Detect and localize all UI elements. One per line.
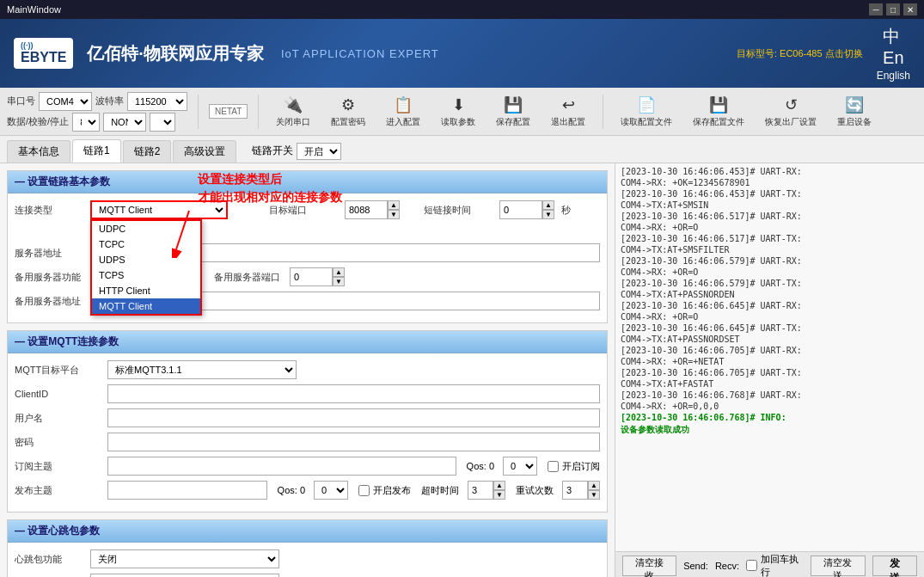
retry-btns: ▲ ▼ xyxy=(588,481,600,500)
config-pwd-label: 配置密码 xyxy=(331,116,365,128)
open-sub-label: 开启订阅 xyxy=(562,460,600,473)
log-line: [2023-10-30 16:46:06.645]# UART-RX: xyxy=(621,301,919,310)
right-panel: [2023-10-30 16:46:06.453]# UART-RX:COM4-… xyxy=(615,163,924,577)
timeout-up[interactable]: ▲ xyxy=(493,481,505,490)
dropdown-udps[interactable]: UDPS xyxy=(92,252,200,267)
pub-topic-input[interactable] xyxy=(107,481,267,500)
stop-bits-select[interactable]: 1 xyxy=(150,113,175,132)
restart-button[interactable]: 🔄 重启设备 xyxy=(830,92,878,132)
maximize-button[interactable]: □ xyxy=(886,3,900,15)
open-pub-checkbox[interactable] xyxy=(358,485,370,496)
config-password-button[interactable]: ⚙ 配置密码 xyxy=(324,92,372,132)
port-select[interactable]: COM4 xyxy=(39,92,92,111)
basic-params-body: 连接类型 MQTT Client UDPC TCPC UDPS TCPS HTT… xyxy=(8,193,607,322)
minimize-button[interactable]: ─ xyxy=(869,3,883,15)
link-switch-label: 链路开关 xyxy=(252,144,293,158)
log-line: [2023-10-30 16:46:06.517]# UART-TX: xyxy=(621,234,919,243)
data-bits-select[interactable]: 8 xyxy=(72,113,100,132)
read-config-file-button[interactable]: 📄 读取配置文件 xyxy=(614,92,679,132)
retry-input[interactable] xyxy=(562,481,588,500)
target-port-label: 目标端口 xyxy=(269,204,338,217)
username-label: 用户名 xyxy=(15,412,101,425)
target-port-down[interactable]: ▼ xyxy=(388,210,400,219)
window-controls: ─ □ ✕ xyxy=(869,3,917,15)
username-input[interactable] xyxy=(107,408,600,427)
bottom-bar: 清空接收 Send: Recv: 加回车执行 清空发送 发送 xyxy=(615,551,924,577)
baud-select[interactable]: 115200 xyxy=(127,92,187,111)
timeout-input[interactable] xyxy=(468,481,493,500)
parity-select[interactable]: NONE xyxy=(103,113,146,132)
short-link-btns: ▲ ▼ xyxy=(542,200,554,219)
restore-label: 恢复出厂设置 xyxy=(765,116,817,128)
backup-port-input[interactable] xyxy=(290,267,333,286)
port-baud-group: 串口号 COM4 波特率 115200 数据/校验/停止 8 NONE 1 xyxy=(7,92,187,132)
clear-recv-button[interactable]: 清空接收 xyxy=(622,556,676,576)
exit-config-label: 退出配置 xyxy=(551,116,585,128)
clear-send-button[interactable]: 清空发送 xyxy=(811,556,865,576)
sub-topic-row: 订阅主题 Qos: 0 012 开启订阅 xyxy=(15,457,600,476)
tab-link2[interactable]: 链路2 xyxy=(123,140,172,163)
sub-topic-input[interactable] xyxy=(107,457,456,476)
backup-port-up[interactable]: ▲ xyxy=(333,267,345,277)
short-link-up[interactable]: ▲ xyxy=(542,200,554,210)
target-port-up[interactable]: ▲ xyxy=(388,200,400,210)
timeout-down[interactable]: ▼ xyxy=(493,490,505,500)
basic-params-header: — 设置链路基本参数 xyxy=(8,171,607,193)
close-button[interactable]: ✕ xyxy=(903,3,917,15)
section-basic-params: — 设置链路基本参数 连接类型 MQTT Client UDPC TCPC UD… xyxy=(7,170,608,323)
password-input[interactable] xyxy=(107,433,600,451)
read-params-button[interactable]: ⬇ 读取参数 xyxy=(434,92,482,132)
log-line: 设备参数读取成功 xyxy=(621,424,919,436)
link-switch-select[interactable]: 开启 关闭 xyxy=(297,143,341,160)
enter-config-button[interactable]: 📋 进入配置 xyxy=(379,92,427,132)
hb-func-select[interactable]: 关闭 开启 xyxy=(90,549,279,568)
loop-run-check: 加回车执行 xyxy=(746,553,804,578)
log-line: COM4->RX: +OR=O xyxy=(621,267,919,277)
target-port-input[interactable] xyxy=(345,200,388,219)
target-port-btns: ▲ ▼ xyxy=(388,200,400,219)
close-port-icon: 🔌 xyxy=(284,95,303,114)
short-link-unit: 秒 xyxy=(561,204,571,217)
close-port-button[interactable]: 🔌 关闭串口 xyxy=(269,92,317,132)
dropdown-mqtt[interactable]: MQTT Client xyxy=(92,298,200,314)
backup-port-down[interactable]: ▼ xyxy=(333,277,345,286)
data-parity-row: 数据/校验/停止 8 NONE 1 xyxy=(7,113,187,132)
loop-run-checkbox[interactable] xyxy=(746,560,757,571)
open-sub-checkbox[interactable] xyxy=(548,461,559,472)
short-link-down[interactable]: ▼ xyxy=(542,210,554,219)
save-config-button[interactable]: 💾 保存配置 xyxy=(489,92,537,132)
send-label: Send: xyxy=(683,561,708,571)
enter-config-label: 进入配置 xyxy=(386,116,420,128)
backup-server-addr-label: 备用服务器地址 xyxy=(15,295,83,308)
qos-pub-select[interactable]: 012 xyxy=(314,481,348,500)
exit-config-button[interactable]: ↩ 退出配置 xyxy=(544,92,592,132)
separator-2 xyxy=(258,95,259,129)
tab-advanced[interactable]: 高级设置 xyxy=(173,140,236,163)
log-line: [2023-10-30 16:46:06.579]# UART-RX: xyxy=(621,256,919,266)
short-link-input[interactable] xyxy=(499,200,542,219)
main-content: 设置连接类型后 才能出现相对应的连接参数 — 设置链路基本参数 连接类型 MQT… xyxy=(0,163,924,577)
dropdown-http[interactable]: HTTP Client xyxy=(92,283,200,298)
platform-select[interactable]: 标准MQTT3.1.1 xyxy=(107,360,297,379)
save-config-file-button[interactable]: 💾 保存配置文件 xyxy=(686,92,751,132)
dropdown-tcps[interactable]: TCPS xyxy=(92,267,200,283)
client-id-label: ClientID xyxy=(15,389,101,399)
conn-type-select[interactable]: MQTT Client UDPC TCPC UDPS TCPS HTTP Cli… xyxy=(90,200,228,219)
language-button[interactable]: 中En English xyxy=(877,25,910,82)
send-button[interactable]: 发送 xyxy=(872,556,917,576)
qos-sub-select[interactable]: 012 xyxy=(503,457,537,476)
retry-down[interactable]: ▼ xyxy=(588,490,600,500)
retry-label: 重试次数 xyxy=(516,484,554,497)
client-id-input[interactable] xyxy=(107,384,600,403)
hb-content-select[interactable]: IMEI xyxy=(90,574,279,577)
recv-label: Recv: xyxy=(715,561,739,571)
restore-default-button[interactable]: ↺ 恢复出厂设置 xyxy=(758,92,823,132)
dropdown-udpc[interactable]: UDPC xyxy=(92,221,200,236)
dropdown-tcpc[interactable]: TCPC xyxy=(92,236,200,252)
baud-label: 波特率 xyxy=(95,95,124,107)
tab-link1[interactable]: 链路1 xyxy=(72,139,121,163)
qos-sub-label: Qos: 0 xyxy=(467,461,494,471)
target-model-button[interactable]: 目标型号: EC06-485 点击切换 xyxy=(737,47,863,60)
retry-up[interactable]: ▲ xyxy=(588,481,600,490)
tab-basic-info[interactable]: 基本信息 xyxy=(7,140,70,163)
